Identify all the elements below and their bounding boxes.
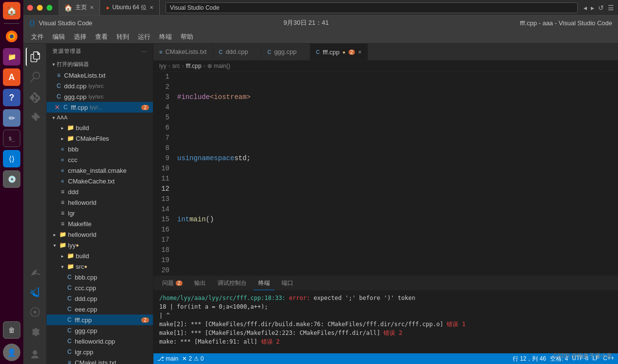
activity-search[interactable] — [26, 68, 44, 86]
activity-explorer[interactable] — [26, 48, 44, 66]
ports-label: 端口 — [282, 279, 293, 287]
menu-run[interactable]: 运行 — [134, 32, 154, 42]
src-ccc-label: ccc.cpp — [75, 284, 96, 292]
trash-icon[interactable]: 🗑 — [3, 321, 20, 339]
menu-help[interactable]: 帮助 — [177, 32, 197, 42]
aaa-makefile[interactable]: ≡ Makefile — [47, 218, 153, 229]
activity-run-debug[interactable] — [26, 262, 44, 281]
tab-fff-close[interactable]: ✕ — [358, 50, 362, 55]
help-icon[interactable]: ? — [3, 89, 20, 106]
tab-fff[interactable]: C fff.cpp ● 2 ✕ — [310, 44, 368, 60]
src-ccc-cpp[interactable]: C ccc.cpp — [47, 282, 153, 293]
open-file-cmakelists[interactable]: ≡ CMakeLists.txt — [47, 70, 153, 81]
tab-ddd[interactable]: C ddd.cpp — [213, 44, 262, 60]
src-fff-cpp[interactable]: C fff.cpp 2 — [47, 314, 153, 325]
window-maximize-button[interactable] — [47, 5, 52, 11]
helloworld-folder[interactable]: ▸ 📁 helloworld — [47, 229, 153, 240]
browser-tab-ubuntu[interactable]: ● Ubuntu 64 位 ✕ — [100, 0, 160, 15]
aaa-ccc-folder[interactable]: ≡ ccc — [47, 154, 153, 165]
sidebar-more-button[interactable]: ··· — [141, 49, 147, 54]
browser-menu[interactable]: ☰ — [608, 4, 614, 12]
software-center-icon[interactable]: A — [3, 68, 20, 86]
status-git[interactable]: ⎇ main — [157, 355, 178, 362]
open-file-ggg[interactable]: C ggg.cpp lyy/src — [47, 91, 153, 102]
browser-tab-close-ubuntu[interactable]: ✕ — [150, 5, 153, 10]
open-editors-section[interactable]: ▾ 打开的编辑器 — [47, 59, 153, 70]
build-folder-icon: 📁 — [66, 124, 75, 131]
aaa-helloworld[interactable]: ≡ helloworld — [47, 197, 153, 208]
browser-refresh[interactable]: ↺ — [598, 4, 604, 12]
src-cmakelists[interactable]: ≡ CMakeLists.txt — [47, 357, 153, 364]
src-eee-cpp[interactable]: C eee.cpp — [47, 304, 153, 314]
src-lgr-cpp[interactable]: C lgr.cpp — [47, 347, 153, 357]
code-editor[interactable]: 1 2 3 4 5 6 7 8 9 10 11 12 13 — [153, 72, 618, 276]
src-ggg-cpp[interactable]: C ggg.cpp — [47, 325, 153, 336]
aaa-build-folder[interactable]: ▸ 📁 build — [47, 122, 153, 133]
terminal-tab-ports[interactable]: 端口 — [277, 277, 298, 290]
text-editor-icon[interactable]: ✏ — [3, 109, 20, 127]
aaa-bbb-folder[interactable]: ≡ bbb — [47, 144, 153, 154]
ubuntu-home-icon[interactable]: 🏠 — [3, 2, 20, 19]
terminal-content[interactable]: /home/lyy/aaa/lyy/src/fff.cpp:18:33: err… — [153, 291, 618, 353]
status-errors[interactable]: ✕ 2 ⚠ 0 — [182, 355, 203, 362]
status-ln-col[interactable]: 行 12，列 46 — [513, 355, 546, 363]
ggg-cpp-label: ggg.cpp — [64, 93, 86, 100]
activity-account[interactable] — [26, 346, 44, 364]
aaa-cmake-install[interactable]: ≡ cmake_install.cmake — [47, 165, 153, 176]
terminal-app-icon[interactable]: $_ — [3, 130, 20, 147]
menu-edit[interactable]: 编辑 — [49, 32, 69, 42]
breadcrumb-src[interactable]: src — [172, 63, 180, 69]
activity-vscode[interactable] — [26, 282, 44, 301]
disc-drive-icon[interactable]: 💿 — [3, 170, 20, 188]
files-icon[interactable]: 📁 — [3, 48, 20, 66]
activity-disc[interactable] — [26, 303, 44, 321]
vscode-dock-icon[interactable]: ⟨⟩ — [3, 150, 20, 167]
lyy-src-folder[interactable]: ▾ 📁 src ● — [47, 261, 153, 272]
breadcrumb-lyy[interactable]: lyy — [159, 63, 167, 69]
window-minimize-button[interactable] — [37, 5, 43, 11]
window-close-button[interactable] — [27, 5, 33, 11]
activity-extensions[interactable] — [26, 109, 44, 127]
activity-settings[interactable] — [26, 323, 44, 342]
tab-ggg[interactable]: C ggg.cpp — [262, 44, 310, 60]
open-file-ddd[interactable]: C ddd.cpp lyy/src — [47, 81, 153, 91]
lyy-build-folder[interactable]: ▸ 📁 build — [47, 250, 153, 261]
browser-forward[interactable]: ▸ — [591, 4, 594, 12]
open-file-fff[interactable]: ✕ C fff.cpp lyy/... 2 — [47, 102, 153, 113]
tab-fff-badge: 2 — [349, 50, 355, 55]
breadcrumb-fff-cpp[interactable]: fff.cpp — [186, 63, 201, 69]
aaa-cmakecache[interactable]: ≡ CMakeCache.txt — [47, 176, 153, 186]
menu-view[interactable]: 查看 — [91, 32, 112, 42]
aaa-ddd[interactable]: ≡ ddd — [47, 186, 153, 197]
tab-cmakelists[interactable]: ≡ CMakeLists.txt — [153, 44, 213, 60]
menu-select[interactable]: 选择 — [70, 32, 90, 42]
firefox-icon[interactable] — [3, 28, 20, 45]
vscode-menubar: 文件 编辑 选择 查看 转到 运行 终端 帮助 — [23, 30, 618, 44]
activity-git[interactable] — [26, 88, 44, 107]
lyy-folder[interactable]: ▾ 📁 lyy ● — [47, 240, 153, 250]
terminal-tab-terminal[interactable]: 终端 — [253, 277, 275, 290]
browser-tab-close-home[interactable]: ✕ — [90, 5, 94, 10]
terminal-tab-problems[interactable]: 问题 2 — [157, 277, 187, 290]
browser-back[interactable]: ◂ — [584, 4, 587, 12]
browser-tab-home[interactable]: 🏠 主页 ✕ — [58, 0, 100, 15]
terminal-line-4: make[2]: *** [CMakeFiles/fff.dir/build.m… — [159, 320, 612, 329]
fff-close-icon[interactable]: ✕ — [54, 103, 60, 111]
terminal-tab-output[interactable]: 输出 — [189, 277, 211, 290]
menu-terminal[interactable]: 终端 — [155, 32, 176, 42]
user-avatar[interactable]: 👤 — [3, 344, 20, 361]
src-helloworld-cpp[interactable]: C helloworld.cpp — [47, 336, 153, 347]
src-bbb-cpp[interactable]: C bbb.cpp — [47, 272, 153, 282]
terminal-tab-debug[interactable]: 调试控制台 — [213, 277, 251, 290]
menu-goto[interactable]: 转到 — [113, 32, 133, 42]
breadcrumb-main[interactable]: ⊕ main() — [207, 63, 230, 69]
code-content[interactable]: #include <iostream> using namespace std;… — [175, 72, 618, 276]
src-ddd-cpp[interactable]: C ddd.cpp — [47, 293, 153, 304]
aaa-lgr[interactable]: ≡ lgr — [47, 208, 153, 218]
menu-file[interactable]: 文件 — [27, 32, 48, 42]
address-bar[interactable]: Visual Studio Code — [166, 2, 578, 13]
aaa-cmakefiles-folder[interactable]: ▸ 📁 CMakeFiles — [47, 133, 153, 144]
watermark: CSDN @狗鼻子插小葱 — [553, 352, 612, 360]
tab-cmakelists-icon: ≡ — [159, 49, 162, 55]
aaa-folder-section[interactable]: ▾ AAA — [47, 113, 153, 122]
